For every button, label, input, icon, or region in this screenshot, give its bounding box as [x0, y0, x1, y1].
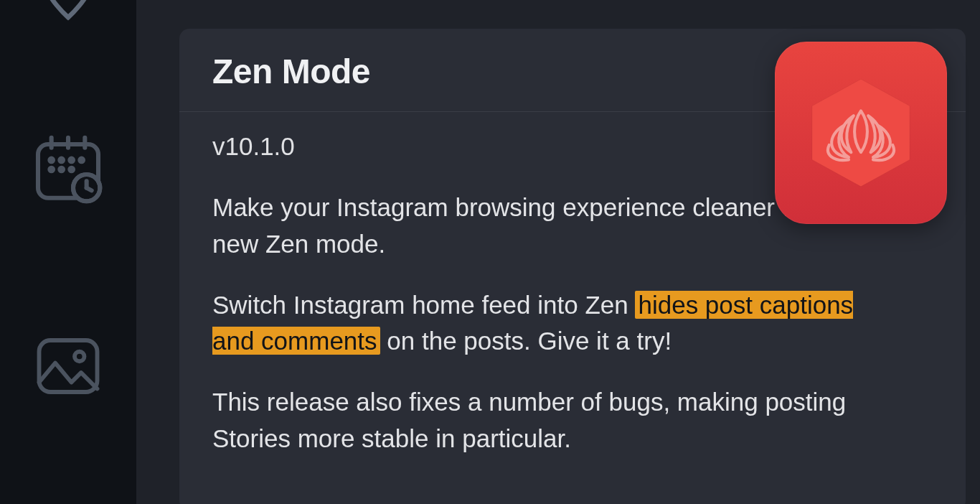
svg-line-15	[87, 188, 92, 191]
p2-after: on the posts. Give it a try!	[380, 327, 672, 355]
svg-rect-16	[39, 340, 98, 392]
sidebar-item-calendar[interactable]	[28, 129, 108, 213]
svg-point-11	[70, 168, 73, 172]
photo-icon	[29, 327, 107, 405]
release-paragraph-2: Switch Instagram home feed into Zen hide…	[212, 287, 872, 360]
location-marker-icon	[29, 0, 108, 27]
sidebar	[0, 0, 136, 504]
svg-point-5	[50, 159, 53, 162]
p2-before: Switch Instagram home feed into Zen	[212, 291, 635, 319]
svg-point-10	[60, 168, 63, 172]
svg-marker-18	[812, 79, 910, 187]
calendar-clock-icon	[28, 129, 108, 210]
lotus-icon	[800, 72, 922, 194]
release-paragraph-3: This release also fixes a number of bugs…	[212, 384, 872, 457]
sidebar-icon-location-partial[interactable]	[0, 0, 136, 29]
svg-point-17	[75, 352, 85, 362]
release-paragraph-1: Make your Instagram browsing experience …	[212, 190, 872, 263]
main-content: Zen Mode v10.1.0 Make your Instagram bro…	[136, 0, 980, 504]
sidebar-item-photo[interactable]	[29, 327, 107, 408]
svg-point-6	[60, 159, 63, 162]
svg-point-8	[80, 159, 83, 162]
svg-point-9	[50, 168, 53, 172]
release-note-card: Zen Mode v10.1.0 Make your Instagram bro…	[179, 29, 966, 504]
app-root: Zen Mode v10.1.0 Make your Instagram bro…	[0, 0, 980, 504]
app-badge[interactable]	[775, 42, 947, 224]
svg-point-7	[70, 159, 73, 162]
